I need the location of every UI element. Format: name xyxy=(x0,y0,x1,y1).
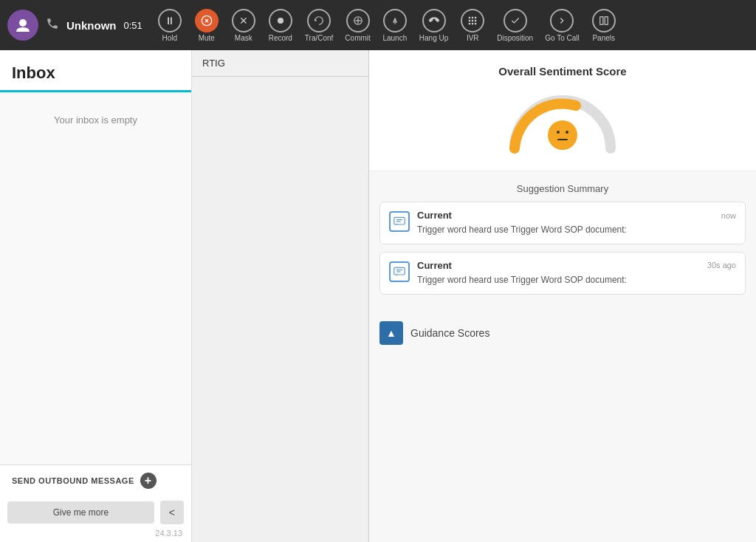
record-icon xyxy=(269,9,292,32)
give-more-row: Give me more < xyxy=(0,496,191,527)
rtig-label: RTIG xyxy=(192,50,368,77)
commit-button[interactable]: Commit xyxy=(340,6,374,45)
inbox-title: Inbox xyxy=(12,64,55,82)
suggestion-icon-1 xyxy=(389,211,410,232)
mute-label: Mute xyxy=(199,34,215,42)
give-more-arrow-button[interactable]: < xyxy=(160,501,184,524)
commit-icon xyxy=(346,9,370,32)
svg-rect-7 xyxy=(469,16,470,18)
suggestion-content-1: Current now Trigger word heard use Trigg… xyxy=(417,210,736,236)
traconf-button[interactable]: Tra/Conf xyxy=(300,6,338,45)
inbox-panel: Inbox Your inbox is empty SEND OUTBOUND … xyxy=(0,50,192,542)
send-outbound-label: SEND OUTBOUND MESSAGE xyxy=(12,476,134,485)
sentiment-title: Overall Sentiment Score xyxy=(384,65,741,78)
disposition-icon xyxy=(504,9,527,32)
suggestion-text-1: Trigger word heard use Trigger Word SOP … xyxy=(417,224,736,236)
suggestion-card-2: Current 30s ago Trigger word heard use T… xyxy=(379,252,746,295)
svg-rect-15 xyxy=(475,22,476,24)
mute-button[interactable]: Mute xyxy=(190,6,224,45)
guidance-section: ▲ Guidance Scores xyxy=(369,314,756,352)
panels-button[interactable]: Panels xyxy=(587,6,621,45)
ivr-label: IVR xyxy=(467,34,479,42)
hold-label: Hold xyxy=(162,34,178,42)
give-more-button[interactable]: Give me more xyxy=(7,501,154,524)
disposition-label: Disposition xyxy=(497,34,533,42)
hangup-icon xyxy=(422,9,446,32)
suggestion-top-1: Current now xyxy=(417,210,736,221)
record-label: Record xyxy=(269,34,292,42)
guidance-arrow-button[interactable]: ▲ xyxy=(379,321,403,345)
ivr-button[interactable]: IVR xyxy=(456,6,489,45)
launch-label: Launch xyxy=(382,34,407,42)
svg-rect-12 xyxy=(475,19,476,21)
mute-icon xyxy=(195,9,219,32)
caller-name: Unknown xyxy=(66,19,117,32)
gotocall-label: Go To Call xyxy=(545,34,580,42)
hold-button[interactable]: ⏸ Hold xyxy=(153,6,187,45)
svg-rect-25 xyxy=(394,267,405,275)
topbar: Unknown 0:51 ⏸ Hold Mute ✕ Mask Record xyxy=(0,0,756,50)
inbox-header: Inbox xyxy=(0,50,191,92)
svg-rect-10 xyxy=(469,19,470,21)
panels-icon xyxy=(592,9,616,32)
sentiment-gauge xyxy=(504,89,622,156)
svg-point-2 xyxy=(278,17,284,23)
svg-rect-8 xyxy=(472,16,473,18)
launch-button[interactable]: Launch xyxy=(378,6,412,45)
svg-rect-17 xyxy=(605,16,608,24)
svg-point-19 xyxy=(557,131,560,134)
hangup-button[interactable]: Hang Up xyxy=(415,6,453,45)
right-panel: Overall Sentiment Score xyxy=(369,50,756,542)
svg-rect-16 xyxy=(599,16,602,24)
svg-rect-13 xyxy=(469,22,470,24)
middle-panel: RTIG xyxy=(192,50,369,542)
avatar xyxy=(7,10,38,41)
svg-rect-22 xyxy=(394,217,405,224)
call-timer: 0:51 xyxy=(124,20,142,31)
svg-rect-9 xyxy=(475,16,476,18)
svg-point-18 xyxy=(548,120,577,150)
mask-label: Mask xyxy=(235,34,252,42)
suggestion-text-2: Trigger word heard use Trigger Word SOP … xyxy=(417,274,736,287)
suggestion-time-2: 30s ago xyxy=(707,261,736,270)
svg-rect-11 xyxy=(472,19,473,21)
suggestion-card-1: Current now Trigger word heard use Trigg… xyxy=(379,202,746,244)
gotocall-icon xyxy=(550,9,574,32)
ivr-icon xyxy=(461,9,484,32)
suggestion-label-2: Current xyxy=(417,260,452,271)
suggestion-title: Suggestion Summary xyxy=(379,183,746,194)
panels-label: Panels xyxy=(592,34,615,42)
svg-rect-14 xyxy=(472,22,473,24)
suggestion-icon-2 xyxy=(389,261,410,282)
traconf-icon xyxy=(307,9,331,32)
hold-icon: ⏸ xyxy=(158,9,182,32)
inbox-empty-text: Your inbox is empty xyxy=(0,92,191,148)
suggestion-top-2: Current 30s ago xyxy=(417,260,736,271)
version-label: 24.3.13 xyxy=(0,527,191,542)
phone-icon xyxy=(46,17,59,34)
disposition-button[interactable]: Disposition xyxy=(492,6,537,45)
commit-label: Commit xyxy=(345,34,370,42)
suggestion-content-2: Current 30s ago Trigger word heard use T… xyxy=(417,260,736,287)
hangup-label: Hang Up xyxy=(419,34,448,42)
svg-point-0 xyxy=(19,19,27,27)
sentiment-section: Overall Sentiment Score xyxy=(369,50,756,171)
suggestion-label-1: Current xyxy=(417,210,452,221)
launch-icon xyxy=(383,9,407,32)
mask-icon: ✕ xyxy=(232,9,255,32)
gotocall-button[interactable]: Go To Call xyxy=(540,6,584,45)
record-button[interactable]: Record xyxy=(264,6,298,45)
mask-button[interactable]: ✕ Mask xyxy=(227,6,261,45)
send-outbound-plus-button[interactable]: + xyxy=(140,473,157,489)
send-outbound-section: SEND OUTBOUND MESSAGE + xyxy=(0,464,191,496)
suggestion-time-1: now xyxy=(721,211,736,220)
main-content: Inbox Your inbox is empty SEND OUTBOUND … xyxy=(0,50,756,542)
guidance-label: Guidance Scores xyxy=(410,327,489,339)
svg-point-20 xyxy=(566,131,568,134)
suggestion-section: Suggestion Summary Current now Trigger w… xyxy=(369,171,756,309)
traconf-label: Tra/Conf xyxy=(305,34,334,42)
